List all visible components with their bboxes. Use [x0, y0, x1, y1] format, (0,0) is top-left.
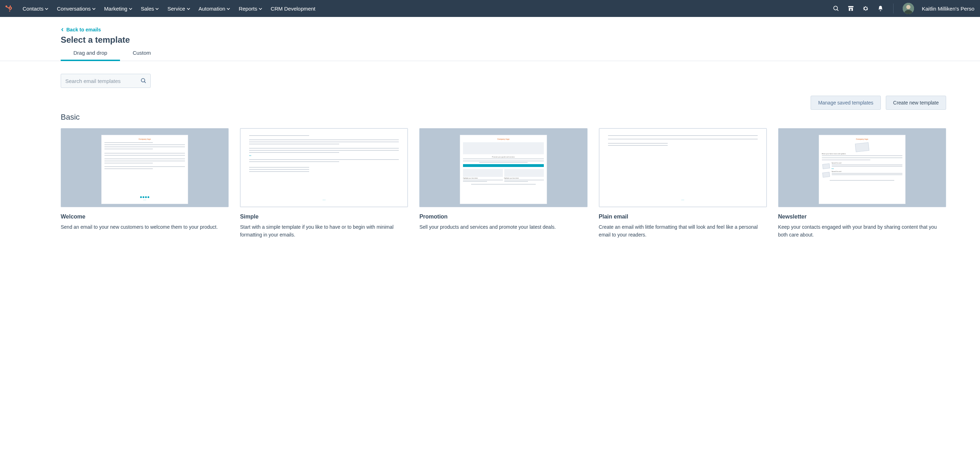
template-thumb: Company logo Share your latest news and … [778, 128, 946, 207]
template-desc: Keep your contacts engaged with your bra… [778, 223, 946, 239]
template-title: Promotion [419, 213, 587, 220]
search-icon[interactable] [140, 77, 147, 84]
page-title: Select a template [61, 35, 946, 45]
tab-custom[interactable]: Custom [120, 45, 164, 61]
chevron-left-icon [61, 28, 64, 32]
chevron-down-icon [129, 6, 132, 12]
chevron-down-icon [92, 6, 95, 12]
top-nav: ContactsConversationsMarketingSalesServi… [0, 0, 980, 17]
template-thumb: Company logo Promote your goods and serv… [419, 128, 587, 207]
template-thumb: link ─── [240, 128, 408, 207]
search-icon[interactable] [832, 5, 840, 12]
section-title: Basic [61, 113, 946, 122]
nav-item-label: Automation [199, 6, 226, 12]
bell-icon[interactable] [877, 5, 884, 12]
nav-crm-development[interactable]: CRM Development [270, 6, 315, 12]
nav-automation[interactable]: Automation [199, 6, 231, 12]
avatar[interactable] [903, 3, 914, 14]
create-new-template-button[interactable]: Create new template [886, 96, 946, 110]
template-desc: Start with a simple template if you like… [240, 223, 408, 239]
template-card-welcome[interactable]: Company logo ─── Welcome Send an email t… [61, 128, 229, 239]
nav-links: ContactsConversationsMarketingSalesServi… [22, 6, 832, 12]
template-thumb: ─── [599, 128, 767, 207]
gear-icon[interactable] [862, 5, 869, 12]
nav-item-label: CRM Development [270, 6, 315, 12]
svg-point-3 [10, 7, 11, 9]
svg-rect-2 [6, 7, 9, 8]
svg-line-16 [144, 81, 146, 83]
template-actions: Manage saved templates Create new templa… [61, 96, 946, 110]
svg-rect-10 [851, 9, 851, 11]
template-card-promotion[interactable]: Company logo Promote your goods and serv… [419, 128, 587, 239]
template-desc: Send an email to your new customers to w… [61, 223, 229, 231]
nav-service[interactable]: Service [167, 6, 190, 12]
template-title: Welcome [61, 213, 229, 220]
svg-line-7 [837, 10, 838, 11]
svg-point-6 [834, 6, 838, 10]
thumb-company-logo: Company logo [822, 138, 903, 140]
template-title: Simple [240, 213, 408, 220]
tab-drag-and-drop[interactable]: Drag and drop [61, 45, 120, 61]
template-desc: Sell your products and services and prom… [419, 223, 587, 231]
nav-item-label: Service [167, 6, 185, 12]
svg-rect-5 [9, 10, 11, 12]
svg-rect-4 [10, 5, 11, 7]
template-card-plain-email[interactable]: ─── Plain email Create an email with lit… [599, 128, 767, 239]
nav-conversations[interactable]: Conversations [57, 6, 95, 12]
search-input[interactable] [61, 74, 151, 88]
nav-item-label: Reports [239, 6, 257, 12]
chevron-down-icon [259, 6, 262, 12]
thumb-company-logo: Company logo [463, 138, 544, 140]
tabs: Drag and dropCustom [0, 45, 980, 61]
nav-item-label: Conversations [57, 6, 91, 12]
user-name[interactable]: Kaitlin Milliken's Perso [922, 6, 974, 12]
template-title: Newsletter [778, 213, 946, 220]
search-templates [61, 74, 151, 88]
nav-contacts[interactable]: Contacts [22, 6, 48, 12]
template-cards: Company logo ─── Welcome Send an email t… [61, 128, 946, 239]
nav-right: Kaitlin Milliken's Perso [832, 3, 974, 14]
nav-item-label: Sales [141, 6, 154, 12]
template-card-newsletter[interactable]: Company logo Share your latest news and … [778, 128, 946, 239]
template-card-simple[interactable]: link ─── Simple Start with a simple temp… [240, 128, 408, 239]
back-link-label: Back to emails [66, 27, 101, 32]
chevron-down-icon [227, 6, 230, 12]
nav-item-label: Marketing [104, 6, 127, 12]
svg-point-11 [865, 8, 866, 9]
nav-sales[interactable]: Sales [141, 6, 159, 12]
nav-marketing[interactable]: Marketing [104, 6, 132, 12]
template-desc: Create an email with little formatting t… [599, 223, 767, 239]
nav-item-label: Contacts [22, 6, 43, 12]
marketplace-icon[interactable] [847, 5, 854, 12]
chevron-down-icon [187, 6, 190, 12]
manage-saved-templates-button[interactable]: Manage saved templates [811, 96, 880, 110]
svg-point-13 [906, 5, 910, 9]
hubspot-logo-icon[interactable] [4, 4, 13, 13]
back-to-emails-link[interactable]: Back to emails [61, 27, 101, 32]
nav-reports[interactable]: Reports [239, 6, 262, 12]
svg-rect-8 [848, 6, 854, 7]
template-title: Plain email [599, 213, 767, 220]
chevron-down-icon [155, 6, 159, 12]
thumb-company-logo: Company logo [105, 138, 185, 140]
nav-divider [893, 3, 894, 13]
chevron-down-icon [45, 6, 48, 12]
svg-point-15 [141, 78, 145, 82]
template-thumb: Company logo ─── [61, 128, 229, 207]
